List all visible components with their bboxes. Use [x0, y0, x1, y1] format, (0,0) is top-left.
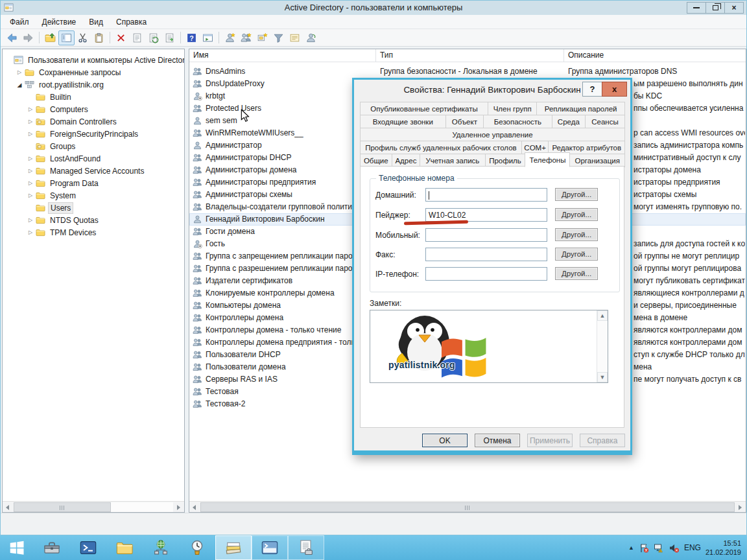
- tree-horizontal-scrollbar[interactable]: [3, 501, 184, 512]
- tree-item-9[interactable]: ▷Managed Service Accounts: [3, 165, 184, 177]
- toolbar-create-ou-button[interactable]: [254, 30, 270, 45]
- toolbar-create-group-button[interactable]: [238, 30, 254, 45]
- other-button-4[interactable]: Другой...: [555, 267, 598, 280]
- expander-icon[interactable]: ▷: [26, 119, 35, 124]
- list-horizontal-scrollbar[interactable]: [189, 501, 746, 512]
- taskbar-file-explorer-button[interactable]: [106, 535, 143, 560]
- dialog-help-button[interactable]: ?: [582, 82, 602, 97]
- phone-input-0[interactable]: [425, 188, 547, 202]
- tab-объект[interactable]: Объект: [445, 115, 484, 128]
- toolbar-paste-button[interactable]: [91, 30, 107, 45]
- scroll-up-icon[interactable]: ▲: [597, 310, 608, 321]
- phone-input-1[interactable]: W10-CL02: [425, 208, 547, 222]
- menu-item-2[interactable]: Вид: [82, 16, 110, 28]
- phone-input-3[interactable]: [425, 248, 547, 261]
- taskbar-time-settings-button[interactable]: [179, 535, 215, 560]
- expander-icon[interactable]: ▷: [26, 217, 35, 223]
- toolbar-show-console-tree-button[interactable]: [58, 30, 75, 45]
- tray-expand-icon[interactable]: ▲: [628, 544, 634, 551]
- expander-icon[interactable]: ▷: [26, 131, 35, 137]
- tree-item-5[interactable]: ▷Domain Controllers: [3, 115, 184, 128]
- tab-адрес[interactable]: Адрес: [392, 154, 421, 167]
- tab-сеансы[interactable]: Сеансы: [585, 115, 625, 128]
- tree-item-11[interactable]: ▷System: [3, 189, 184, 202]
- expander-icon[interactable]: ▷: [26, 106, 35, 112]
- start-button[interactable]: [0, 535, 34, 560]
- toolbar-properties-button[interactable]: [129, 30, 145, 45]
- scroll-thumb[interactable]: [14, 502, 111, 512]
- tray-clock[interactable]: 15:51 21.02.2019: [706, 539, 741, 557]
- column-header-description[interactable]: Описание: [564, 49, 746, 62]
- scroll-down-icon[interactable]: ▼: [597, 372, 608, 382]
- tab-учетная-запись[interactable]: Учетная запись: [420, 154, 485, 167]
- toolbar-filter-button[interactable]: [270, 30, 287, 45]
- toolbar-refresh-button[interactable]: [145, 30, 161, 45]
- menu-item-3[interactable]: Справка: [110, 16, 153, 28]
- toolbar-show-window-button[interactable]: [200, 30, 216, 45]
- dialog-button-1[interactable]: Отмена: [475, 434, 520, 447]
- phone-input-4[interactable]: [425, 267, 547, 281]
- restore-button[interactable]: [706, 2, 725, 14]
- notes-textarea[interactable]: pyatilistnik.org ▲ ▼: [370, 310, 608, 383]
- tab-репликация-паролей[interactable]: Репликация паролей: [536, 102, 625, 115]
- expander-icon[interactable]: ▷: [26, 156, 35, 161]
- other-button-2[interactable]: Другой...: [555, 228, 598, 241]
- minimize-button[interactable]: [687, 2, 706, 14]
- toolbar-create-user-button[interactable]: [222, 30, 238, 45]
- action-flag-error-icon[interactable]: [639, 542, 650, 554]
- tab-опубликованные-сертификаты[interactable]: Опубликованные сертификаты: [360, 102, 488, 115]
- other-button-0[interactable]: Другой...: [555, 188, 598, 201]
- expander-icon[interactable]: ▷: [15, 69, 24, 75]
- tree-item-3[interactable]: Builtin: [3, 91, 184, 103]
- tab-удаленное-управление[interactable]: Удаленное управление: [360, 128, 625, 141]
- scroll-left-icon[interactable]: [3, 502, 14, 513]
- language-indicator[interactable]: ENG: [684, 543, 701, 552]
- volume-muted-icon[interactable]: [669, 542, 680, 554]
- tab-безопасность[interactable]: Безопасность: [483, 115, 552, 128]
- close-button[interactable]: ×: [724, 2, 744, 14]
- titlebar[interactable]: Active Directory - пользователи и компью…: [1, 1, 746, 15]
- tab-профиль[interactable]: Профиль: [485, 154, 526, 167]
- scroll-right-icon[interactable]: [173, 502, 184, 513]
- tree-item-1[interactable]: ▷Сохраненные запросы: [3, 66, 184, 78]
- toolbar-back-arrow-button[interactable]: [4, 30, 20, 45]
- toolbar-export-list-button[interactable]: [161, 30, 178, 45]
- toolbar-delete-button[interactable]: [113, 30, 129, 45]
- tree-item-8[interactable]: ▷LostAndFound: [3, 152, 184, 165]
- toolbar-forward-arrow-button[interactable]: [20, 30, 36, 45]
- taskbar-powershell-button[interactable]: [70, 535, 106, 560]
- tree-item-10[interactable]: ▷Program Data: [3, 177, 184, 189]
- tree-item-0[interactable]: Пользователи и компьютеры Active Directo…: [3, 54, 184, 66]
- phone-input-2[interactable]: [425, 228, 547, 242]
- taskbar-gpo-editor-button[interactable]: [288, 535, 324, 560]
- menu-item-0[interactable]: Файл: [3, 16, 36, 28]
- tab-среда[interactable]: Среда: [552, 115, 586, 128]
- network-warning-icon[interactable]: [654, 542, 665, 554]
- expander-icon[interactable]: ▷: [26, 192, 35, 198]
- toolbar-special-view-button[interactable]: [287, 30, 303, 45]
- other-button-1[interactable]: Другой...: [555, 208, 598, 221]
- tree-item-6[interactable]: ▷ForeignSecurityPrincipals: [3, 128, 184, 140]
- toolbar-up-one-level-button[interactable]: [42, 30, 58, 45]
- tab-входящие-звонки[interactable]: Входящие звонки: [360, 115, 446, 128]
- scroll-thumb[interactable]: [200, 502, 735, 512]
- dialog-close-button[interactable]: x: [602, 82, 627, 97]
- tree-item-4[interactable]: ▷Computers: [3, 103, 184, 115]
- tab-телефоны[interactable]: Телефоны: [525, 152, 570, 167]
- notes-vertical-scrollbar[interactable]: ▲ ▼: [597, 310, 608, 382]
- taskbar-ad-sites-button[interactable]: [143, 535, 179, 560]
- scroll-right-icon[interactable]: [735, 502, 746, 513]
- taskbar-server-manager-button[interactable]: [34, 535, 70, 560]
- tree-item-2[interactable]: ◢root.pyatilistnik.org: [3, 78, 184, 91]
- ok-button[interactable]: OK: [422, 434, 468, 447]
- expander-icon[interactable]: ▷: [26, 229, 35, 235]
- toolbar-delegate-button[interactable]: [303, 30, 319, 45]
- tree-item-7[interactable]: Groups: [3, 140, 184, 152]
- table-row[interactable]: DnsAdminsГруппа безопасности - Локальная…: [189, 65, 746, 78]
- toolbar-help-button[interactable]: ?: [184, 30, 200, 45]
- tab-член-групп[interactable]: Член групп: [488, 102, 537, 115]
- tree-item-12[interactable]: Users: [3, 202, 184, 214]
- expander-icon[interactable]: ▷: [26, 180, 35, 186]
- tree-item-14[interactable]: ▷TPM Devices: [3, 226, 184, 239]
- taskbar-powershell-ise-button[interactable]: [252, 535, 288, 560]
